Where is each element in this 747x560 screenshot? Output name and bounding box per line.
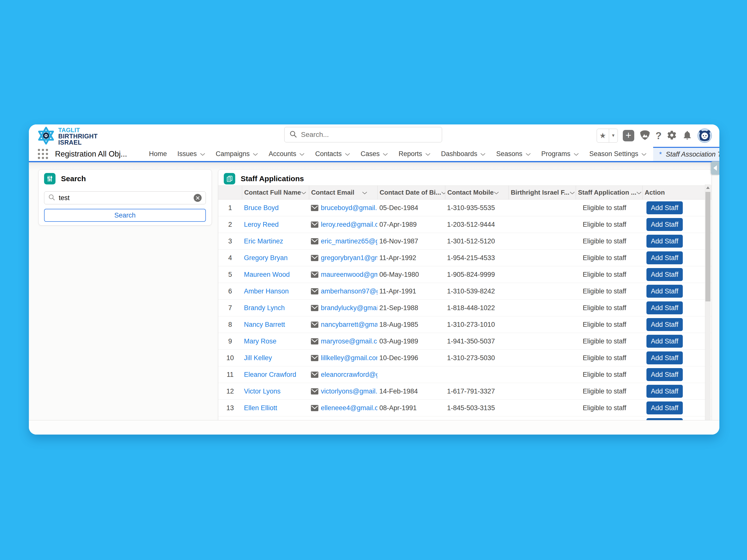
column-header-birthright-israel-f[interactable]: Birthright Israel F... [509,186,576,199]
setup-gear-icon[interactable] [667,130,677,142]
contact-name-link[interactable]: Maureen Wood [244,271,290,278]
sort-chevron-icon[interactable] [301,189,306,196]
column-header-staff-application[interactable]: Staff Application ... [576,186,642,199]
chevron-down-icon[interactable] [345,150,350,158]
trailhead-icon[interactable] [639,130,651,142]
chevron-down-icon[interactable] [425,150,431,158]
table-row: 3Eric Martinezeric_martinez65@g...16-Nov… [218,233,712,250]
add-staff-button[interactable]: Add Staff [646,385,683,398]
contact-email-link[interactable]: maureenwood@gm... [321,271,377,279]
sort-chevron-icon[interactable] [441,189,445,196]
contact-name-link[interactable]: Victor Lyons [244,387,281,395]
contact-name-link[interactable]: Leroy Reed [244,221,279,228]
add-staff-button[interactable]: Add Staff [646,318,683,331]
nav-item-contacts[interactable]: Contacts [315,150,350,158]
contact-email-link[interactable]: eric_martinez65@g... [321,237,377,245]
add-staff-button[interactable]: Add Staff [646,235,683,248]
add-staff-button[interactable]: Add Staff [646,268,683,281]
add-staff-button[interactable]: Add Staff [646,351,683,364]
favorites-star-icon[interactable]: ★ [597,129,609,143]
contact-name-link[interactable]: Eleanor Crawford [244,371,296,378]
collapse-panel-handle[interactable] [711,161,719,175]
contact-email-link[interactable]: maryrose@gmail.com [321,337,377,345]
add-staff-button[interactable]: Add Staff [646,218,683,231]
contact-name-link[interactable]: Brandy Lynch [244,304,285,312]
contact-name-link[interactable]: Ellen Elliott [244,404,277,412]
add-staff-button[interactable]: Add Staff [646,368,683,381]
contact-dob-cell: 18-Aug-1985 [377,321,445,329]
action-cell: Add Staff [642,368,712,381]
contact-email-link[interactable]: eleanorcrawford@g... [321,371,377,379]
nav-item-season-settings[interactable]: Season Settings [589,150,647,158]
contact-email-link[interactable]: elleneee4@gmail.co... [321,404,377,412]
contact-name-link[interactable]: Bruce Boyd [244,204,279,211]
scroll-up-icon[interactable] [706,186,710,189]
table-scrollbar[interactable] [705,184,711,420]
sort-chevron-icon[interactable] [569,189,575,196]
chevron-down-icon[interactable] [480,150,486,158]
contact-email-link[interactable]: leroy.reed@gmail.com [321,221,377,228]
chevron-down-icon[interactable] [525,150,531,158]
nav-item-issues[interactable]: Issues [178,150,205,158]
chevron-down-icon[interactable] [383,150,388,158]
action-cell: Add Staff [642,318,712,331]
nav-item-cases[interactable]: Cases [361,150,388,158]
sort-chevron-icon[interactable] [494,189,499,196]
add-staff-button[interactable]: Add Staff [646,251,683,264]
contact-name-link[interactable]: Nancy Barrett [244,321,285,328]
add-staff-button[interactable]: Add Staff [646,418,683,420]
chevron-down-icon[interactable] [299,150,305,158]
global-search-input[interactable]: Search... [284,127,442,143]
contact-email-link[interactable]: victorlyons@gmail.c... [321,387,377,395]
nav-item-programs[interactable]: Programs [541,150,579,158]
nav-item-accounts[interactable]: Accounts [268,150,305,158]
add-staff-button[interactable]: Add Staff [646,285,683,298]
nav-item-campaigns[interactable]: Campaigns [216,150,258,158]
add-staff-button[interactable]: Add Staff [646,301,683,314]
favorites-dropdown-icon[interactable]: ▼ [609,129,618,143]
chevron-down-icon[interactable] [253,150,258,158]
add-staff-button[interactable]: Add Staff [646,201,683,214]
search-panel: Search test Search [38,169,212,226]
nav-item-reports[interactable]: Reports [398,150,431,158]
contact-email-link[interactable]: brandylucky@gmai... [321,304,377,312]
contact-name-cell: Leroy Reed [242,221,309,228]
user-avatar[interactable] [697,128,712,143]
column-header-contact-email[interactable]: Contact Email [309,186,377,199]
table-row: 6Amber Hansonamberhanson97@g...11-Apr-19… [218,283,712,300]
contact-email-link[interactable]: bruceboyd@gmail.co... [321,204,377,212]
chevron-down-icon[interactable] [573,150,579,158]
nav-item-seasons[interactable]: Seasons [496,150,531,158]
app-launcher-icon[interactable] [38,149,48,159]
search-button[interactable]: Search [44,209,206,222]
contact-email-link[interactable]: lillkelley@gmail.com... [321,354,377,362]
favorites-control[interactable]: ★ ▼ [597,129,618,143]
sort-chevron-icon[interactable] [362,189,367,196]
contact-name-link[interactable]: Jill Kelley [244,354,272,362]
column-header-contact-mobile[interactable]: Contact Mobile [445,186,509,199]
search-input[interactable]: test [44,192,206,204]
contact-email-link[interactable]: gregorybryan1@gm... [321,254,377,262]
chevron-down-icon[interactable] [641,150,647,158]
app-name[interactable]: Registration All Obj... [55,150,127,158]
contact-email-link[interactable]: amberhanson97@g... [321,287,377,295]
sort-chevron-icon[interactable] [636,189,642,196]
clear-input-icon[interactable] [194,194,202,202]
column-header-contact-full-name[interactable]: Contact Full Name [242,186,309,199]
contact-name-link[interactable]: Amber Hanson [244,287,289,295]
column-header-contact-date-of-bi[interactable]: Contact Date of Bi... [377,186,445,199]
tab-staff-association-tool[interactable]: * Staff Association Tool [653,147,719,161]
help-icon[interactable]: ? [655,130,662,142]
add-staff-button[interactable]: Add Staff [646,335,683,348]
chevron-down-icon[interactable] [200,150,205,158]
notifications-bell-icon[interactable] [682,130,693,142]
nav-item-home[interactable]: Home [149,150,167,158]
add-staff-button[interactable]: Add Staff [646,402,683,414]
contact-name-link[interactable]: Mary Rose [244,337,277,345]
contact-email-link[interactable]: nancybarrett@gma... [321,321,377,329]
scrollbar-thumb[interactable] [705,192,711,301]
add-icon[interactable]: + [623,130,634,142]
contact-name-link[interactable]: Gregory Bryan [244,254,288,261]
contact-name-link[interactable]: Eric Martinez [244,237,283,245]
nav-item-dashboards[interactable]: Dashboards [441,150,486,158]
